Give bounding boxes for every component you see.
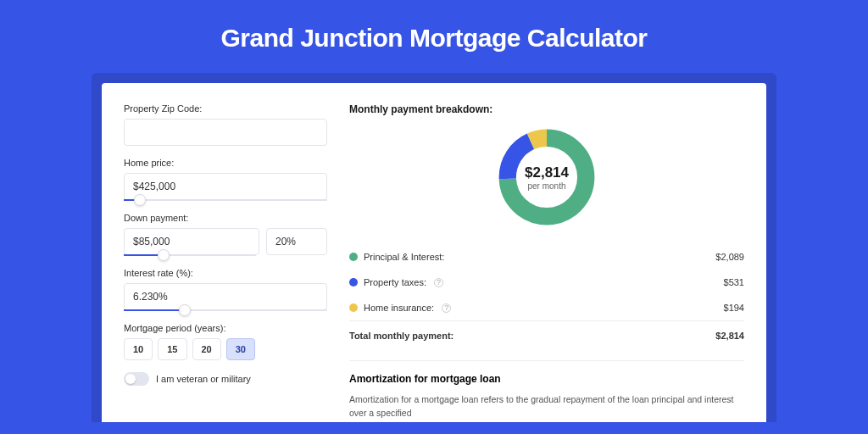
amortization-section: Amortization for mortgage loan Amortizat… (349, 360, 744, 420)
down-payment-slider-thumb[interactable] (158, 249, 170, 261)
interest-slider-fill (124, 309, 185, 311)
legend: Principal & Interest:$2,089Property taxe… (349, 244, 744, 320)
period-field: Mortgage period (years): 10152030 (124, 323, 327, 360)
veteran-toggle[interactable] (124, 372, 149, 386)
home-price-slider-thumb[interactable] (134, 194, 146, 206)
amortization-title: Amortization for mortgage loan (349, 373, 744, 385)
legend-label: Property taxes: (364, 277, 426, 287)
period-button-10[interactable]: 10 (124, 338, 153, 360)
legend-row: Principal & Interest:$2,089 (349, 244, 744, 270)
legend-row: Home insurance:?$194 (349, 295, 744, 320)
period-buttons: 10152030 (124, 338, 327, 360)
total-label: Total monthly payment: (349, 331, 453, 341)
info-icon[interactable]: ? (434, 278, 443, 287)
legend-value: $194 (724, 303, 744, 313)
legend-label: Principal & Interest: (364, 252, 444, 262)
period-button-20[interactable]: 20 (192, 338, 221, 360)
home-price-slider[interactable] (124, 199, 327, 201)
down-payment-pct-input[interactable] (266, 228, 327, 255)
interest-field: Interest rate (%): (124, 268, 327, 311)
period-button-30[interactable]: 30 (226, 338, 255, 360)
calculator-card: Property Zip Code: Home price: Down paym… (102, 83, 766, 422)
down-payment-slider[interactable] (124, 254, 256, 256)
legend-value: $2,089 (715, 252, 744, 262)
donut-chart-wrap: $2,814 per month (349, 125, 744, 229)
zip-input[interactable] (124, 119, 327, 146)
interest-label: Interest rate (%): (124, 268, 327, 278)
interest-input[interactable] (124, 283, 327, 310)
card-frame: Property Zip Code: Home price: Down paym… (92, 73, 776, 422)
legend-swatch (349, 253, 358, 261)
interest-slider-thumb[interactable] (179, 304, 191, 316)
breakdown-column: Monthly payment breakdown: $2,814 per mo… (349, 103, 744, 422)
total-row: Total monthly payment: $2,814 (349, 320, 744, 348)
donut-chart: $2,814 per month (495, 125, 598, 229)
period-button-15[interactable]: 15 (158, 338, 186, 360)
veteran-label: I am veteran or military (156, 374, 251, 384)
down-payment-field: Down payment: (124, 213, 327, 256)
interest-slider[interactable] (124, 309, 327, 311)
zip-label: Property Zip Code: (124, 103, 327, 114)
legend-value: $531 (724, 277, 744, 287)
breakdown-title: Monthly payment breakdown: (349, 103, 744, 115)
legend-row: Property taxes:?$531 (349, 270, 744, 295)
page-title: Grand Junction Mortgage Calculator (0, 0, 868, 73)
veteran-row: I am veteran or military (124, 372, 327, 386)
total-value: $2,814 (715, 331, 744, 341)
home-price-field: Home price: (124, 158, 327, 201)
legend-swatch (349, 278, 358, 287)
down-payment-label: Down payment: (124, 213, 327, 223)
form-column: Property Zip Code: Home price: Down paym… (124, 103, 327, 422)
home-price-input[interactable] (124, 173, 327, 200)
donut-amount: $2,814 (525, 164, 569, 181)
home-price-label: Home price: (124, 158, 327, 168)
zip-field: Property Zip Code: (124, 103, 327, 146)
period-label: Mortgage period (years): (124, 323, 327, 333)
legend-label: Home insurance: (364, 303, 434, 313)
info-icon[interactable]: ? (442, 303, 451, 313)
down-payment-input[interactable] (124, 228, 259, 255)
donut-sub: per month (527, 181, 565, 191)
toggle-knob (125, 374, 136, 384)
amortization-text: Amortization for a mortgage loan refers … (349, 393, 744, 420)
donut-center: $2,814 per month (495, 125, 598, 229)
legend-swatch (349, 303, 358, 312)
